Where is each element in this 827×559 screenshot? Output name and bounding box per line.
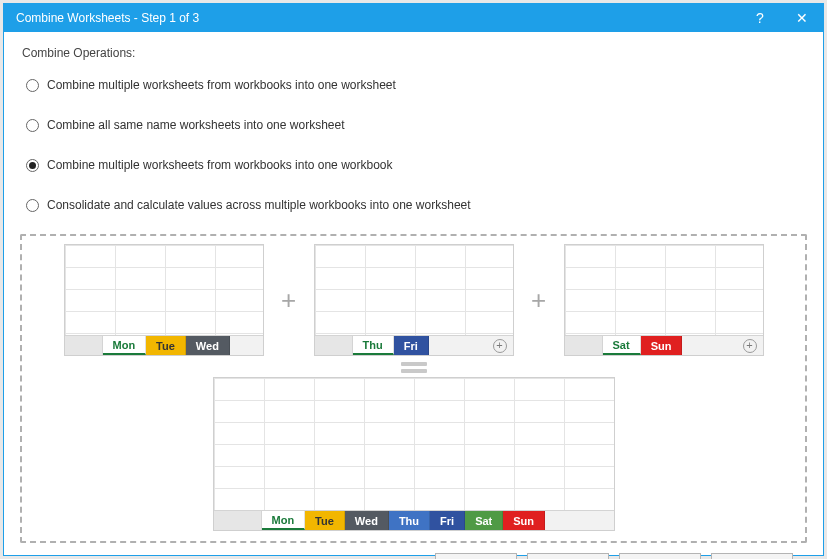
diagram-workbook-a: Mon Tue Wed xyxy=(64,244,264,356)
wizard-footer: <<Back Next>> Finish Cancel xyxy=(20,543,807,559)
tab-thu: Thu xyxy=(389,511,430,530)
option-combine-into-worksheet[interactable]: Combine multiple worksheets from workboo… xyxy=(26,78,807,92)
tab-wed: Wed xyxy=(345,511,389,530)
radio-icon xyxy=(26,199,39,212)
sheet-grid xyxy=(65,245,263,335)
help-button[interactable]: ? xyxy=(739,4,781,32)
option-label: Combine multiple worksheets from workboo… xyxy=(47,158,393,172)
radio-icon xyxy=(26,79,39,92)
option-combine-same-name[interactable]: Combine all same name worksheets into on… xyxy=(26,118,807,132)
tab-fri: Fri xyxy=(394,336,429,355)
tab-sun: Sun xyxy=(503,511,545,530)
diagram-workbook-b: Thu Fri + xyxy=(314,244,514,356)
tab-bar: Mon Tue Wed xyxy=(65,335,263,355)
tab-spacer xyxy=(230,336,263,355)
radio-icon xyxy=(26,159,39,172)
close-button[interactable]: ✕ xyxy=(781,4,823,32)
sheet-grid xyxy=(315,245,513,335)
plus-icon: + xyxy=(278,285,300,316)
add-sheet-icon: + xyxy=(737,336,763,355)
diagram-top-row: Mon Tue Wed + Thu Fri + xyxy=(36,244,791,356)
tab-wed: Wed xyxy=(186,336,230,355)
tab-tue: Tue xyxy=(305,511,345,530)
back-button: <<Back xyxy=(435,553,517,559)
operations-label: Combine Operations: xyxy=(20,46,807,60)
diagram-result-workbook: Mon Tue Wed Thu Fri Sat Sun xyxy=(213,377,615,531)
next-button[interactable]: Next>> xyxy=(527,553,609,559)
window-title: Combine Worksheets - Step 1 of 3 xyxy=(16,11,739,25)
sheet-grid xyxy=(214,378,614,510)
tab-scroll-area xyxy=(65,336,103,355)
plus-icon: + xyxy=(528,285,550,316)
option-combine-into-workbook[interactable]: Combine multiple worksheets from workboo… xyxy=(26,158,807,172)
tab-tue: Tue xyxy=(146,336,186,355)
tab-sat: Sat xyxy=(603,336,641,355)
tab-spacer xyxy=(429,336,487,355)
radio-icon xyxy=(26,119,39,132)
tab-sat: Sat xyxy=(465,511,503,530)
titlebar: Combine Worksheets - Step 1 of 3 ? ✕ xyxy=(4,4,823,32)
sheet-grid xyxy=(565,245,763,335)
tab-mon: Mon xyxy=(103,336,147,355)
diagram-frame: Mon Tue Wed + Thu Fri + xyxy=(20,234,807,543)
option-label: Combine all same name worksheets into on… xyxy=(47,118,344,132)
option-label: Combine multiple worksheets from workboo… xyxy=(47,78,396,92)
tab-sun: Sun xyxy=(641,336,683,355)
tab-mon: Mon xyxy=(262,511,306,530)
tab-thu: Thu xyxy=(353,336,394,355)
wizard-window: Combine Worksheets - Step 1 of 3 ? ✕ Com… xyxy=(3,3,824,556)
tab-scroll-area xyxy=(565,336,603,355)
add-sheet-icon: + xyxy=(487,336,513,355)
tab-scroll-area xyxy=(214,511,262,530)
tab-bar: Sat Sun + xyxy=(565,335,763,355)
tab-spacer xyxy=(545,511,613,530)
option-consolidate-calculate[interactable]: Consolidate and calculate values across … xyxy=(26,198,807,212)
equals-icon xyxy=(401,362,427,373)
cancel-button[interactable]: Cancel xyxy=(711,553,793,559)
tab-scroll-area xyxy=(315,336,353,355)
tab-fri: Fri xyxy=(430,511,465,530)
diagram-workbook-c: Sat Sun + xyxy=(564,244,764,356)
tab-bar: Thu Fri + xyxy=(315,335,513,355)
finish-button: Finish xyxy=(619,553,701,559)
wizard-body: Combine Operations: Combine multiple wor… xyxy=(4,32,823,559)
option-label: Consolidate and calculate values across … xyxy=(47,198,471,212)
tab-spacer xyxy=(682,336,736,355)
tab-bar: Mon Tue Wed Thu Fri Sat Sun xyxy=(214,510,614,530)
